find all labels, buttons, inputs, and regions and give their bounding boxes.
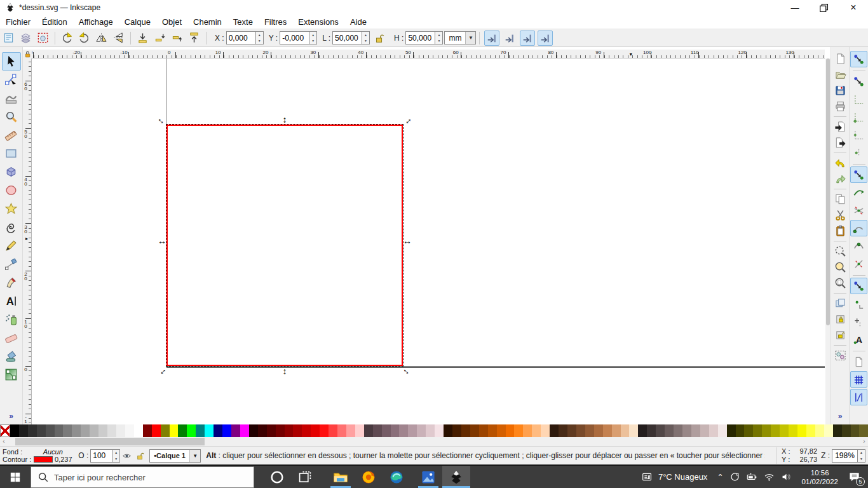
snap-to-paths-button[interactable]: [850, 184, 867, 201]
palette-swatch[interactable]: [98, 424, 107, 437]
palette-swatch[interactable]: [302, 424, 311, 437]
y-spinner[interactable]: ▲▼: [309, 31, 317, 44]
palette-swatch[interactable]: [435, 424, 444, 437]
canvas[interactable]: ↔ ↕ ↔ ↔ ↔ ↔ ↕ ↔: [32, 58, 825, 424]
palette-swatch[interactable]: [452, 424, 461, 437]
fill-value[interactable]: Aucun: [32, 448, 73, 456]
palette-swatch[interactable]: [116, 424, 125, 437]
palette-swatch[interactable]: [134, 424, 143, 437]
snap-bbox-edge-midpoints-button[interactable]: [850, 126, 867, 143]
tool-paint-bucket[interactable]: [2, 347, 21, 365]
toolbox-overflow[interactable]: »: [9, 412, 13, 421]
palette-swatch[interactable]: [373, 424, 382, 437]
select-all-layers-button[interactable]: [18, 30, 34, 46]
palette-swatch[interactable]: [240, 424, 249, 437]
palette-swatch[interactable]: [497, 424, 506, 437]
raise-to-top-button[interactable]: [186, 30, 202, 46]
snap-guides-button[interactable]: [850, 389, 867, 405]
tool-bezier-pen[interactable]: [2, 255, 21, 273]
cortana-button[interactable]: [263, 466, 291, 488]
palette-swatch[interactable]: [647, 424, 656, 437]
taskbar-app-photos[interactable]: [414, 466, 442, 488]
palette-swatch[interactable]: [293, 424, 302, 437]
taskbar-app-inkscape[interactable]: [442, 466, 470, 488]
palette-swatch[interactable]: [550, 424, 559, 437]
zoom-spinner[interactable]: ▲▼: [857, 449, 865, 463]
palette-swatch[interactable]: [320, 424, 329, 437]
battery-icon[interactable]: [747, 471, 757, 482]
width-spinner[interactable]: ▲▼: [362, 31, 370, 44]
palette-swatch[interactable]: [222, 424, 231, 437]
tool-star[interactable]: [2, 200, 21, 218]
tool-measure[interactable]: [2, 126, 21, 144]
snap-others-button[interactable]: [850, 278, 867, 294]
layer-visibility-eye-icon[interactable]: [122, 451, 132, 461]
zoom-drawing-button[interactable]: [832, 259, 848, 275]
lock-ratio-icon[interactable]: [374, 32, 385, 44]
palette-swatch[interactable]: [488, 424, 497, 437]
tool-selector[interactable]: [2, 52, 21, 71]
snap-bbox-edges-button[interactable]: [850, 91, 867, 107]
snap-bbox-corners-button[interactable]: [850, 109, 867, 125]
menu-calque[interactable]: Calque: [119, 16, 156, 28]
palette-swatch[interactable]: [612, 424, 621, 437]
scale-handle-top-middle[interactable]: ↕: [283, 115, 287, 124]
palette-swatch[interactable]: [479, 424, 488, 437]
palette-swatch[interactable]: [329, 424, 337, 437]
palette-swatch[interactable]: [196, 424, 205, 437]
palette-swatch[interactable]: [674, 424, 682, 437]
close-button[interactable]: ×: [839, 0, 868, 15]
opacity-spinner[interactable]: ▲▼: [112, 449, 120, 463]
tool-pencil[interactable]: [2, 236, 21, 255]
palette-swatch[interactable]: [161, 424, 170, 437]
snap-master-button[interactable]: [850, 51, 867, 67]
meet-now-icon[interactable]: [729, 471, 740, 482]
snap-nodes-button[interactable]: [850, 166, 867, 183]
duplicate-button[interactable]: [832, 295, 848, 311]
palette-swatch[interactable]: [143, 424, 152, 437]
palette-swatch[interactable]: [355, 424, 364, 437]
deselect-button[interactable]: [35, 30, 51, 46]
palette-swatch[interactable]: [408, 424, 417, 437]
palette-swatch[interactable]: [789, 424, 797, 437]
palette-swatch[interactable]: [37, 424, 46, 437]
palette-swatch[interactable]: [178, 424, 187, 437]
palette-swatch[interactable]: [417, 424, 426, 437]
palette-swatch[interactable]: [603, 424, 612, 437]
palette-swatch[interactable]: [506, 424, 515, 437]
scale-handle-bottom-middle[interactable]: ↕: [283, 367, 287, 376]
tool-tweak[interactable]: [2, 89, 21, 107]
palette-swatch[interactable]: [656, 424, 665, 437]
stroke-width-value[interactable]: 0,237: [55, 456, 72, 463]
taskbar-app-file-explorer[interactable]: [327, 466, 355, 488]
palette-swatch[interactable]: [346, 424, 355, 437]
palette-swatch[interactable]: [833, 424, 842, 437]
select-all-button[interactable]: [1, 30, 17, 46]
palette-swatch[interactable]: [744, 424, 753, 437]
palette-swatch[interactable]: [364, 424, 373, 437]
palette-swatch[interactable]: [311, 424, 320, 437]
wifi-icon[interactable]: [764, 471, 775, 482]
palette-swatch[interactable]: [567, 424, 576, 437]
palette-swatch-none[interactable]: [0, 424, 10, 437]
scale-stroke-width-toggle[interactable]: [484, 30, 499, 46]
palette-swatch[interactable]: [859, 424, 868, 437]
tool-node-editor[interactable]: [2, 71, 21, 89]
print-button[interactable]: [832, 98, 848, 114]
volume-icon[interactable]: [781, 471, 792, 482]
palette-swatch[interactable]: [851, 424, 860, 437]
tool-text[interactable]: A: [2, 292, 21, 310]
height-input[interactable]: [405, 31, 435, 44]
new-document-button[interactable]: [832, 51, 848, 67]
palette-swatch[interactable]: [72, 424, 81, 437]
menu-texte[interactable]: Texte: [227, 16, 259, 28]
tool-zoom[interactable]: [2, 107, 21, 126]
layer-select[interactable]: •Calque 1 ▼: [149, 449, 201, 463]
palette-swatch[interactable]: [753, 424, 762, 437]
redo-button[interactable]: [832, 171, 848, 187]
tool-gradient[interactable]: [2, 365, 21, 384]
palette-swatch[interactable]: [214, 424, 222, 437]
scale-handle-middle-right[interactable]: ↔: [403, 236, 412, 245]
snap-page-border-button[interactable]: [850, 353, 867, 370]
zoom-selection-button[interactable]: [832, 243, 848, 259]
